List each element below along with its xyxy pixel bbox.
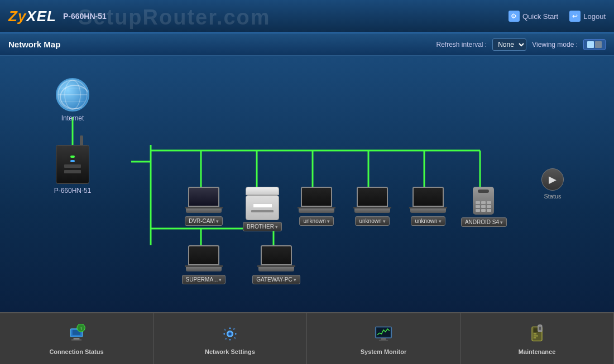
router-body [56, 145, 89, 183]
status-label: Status [544, 193, 561, 200]
svg-rect-28 [381, 338, 386, 340]
phone-earpiece [478, 190, 489, 193]
svg-rect-29 [379, 339, 388, 341]
header-right: ⚙ Quick Start ↩ Logout [509, 11, 606, 22]
grid-view-icon [587, 41, 594, 48]
nav-connection-status[interactable]: ↑ Connection Status [0, 313, 154, 364]
device-dvr-cam[interactable]: DVR-CAM [179, 187, 229, 226]
subheader: Network Map Refresh interval : None 30s … [0, 33, 614, 56]
refresh-interval-select[interactable]: None 30s 1min [492, 38, 526, 51]
viewing-mode-button[interactable] [583, 39, 606, 50]
refresh-label: Refresh interval : [436, 41, 487, 48]
unknown2-icon [353, 187, 391, 215]
system-monitor-icon-area [372, 323, 395, 345]
unknown3-button[interactable]: unknown [411, 216, 445, 226]
device-gateway-pc[interactable]: GATEWAY-PC [251, 245, 301, 284]
svg-rect-34 [534, 337, 536, 338]
router-light-1 [70, 156, 75, 158]
connection-status-label: Connection Status [49, 348, 103, 355]
system-monitor-label: System Monitor [361, 348, 407, 355]
quick-start-icon: ⚙ [509, 11, 520, 22]
svg-rect-27 [376, 328, 390, 337]
nav-maintenance[interactable]: Maintenance [461, 313, 614, 364]
network-settings-icon-area [219, 323, 241, 345]
svg-rect-20 [74, 338, 80, 339]
device-unknown-1[interactable]: unknown [291, 187, 342, 226]
svg-text:↑: ↑ [80, 326, 82, 331]
router-antenna [80, 135, 83, 145]
unknown1-icon [298, 187, 335, 215]
internet-label: Internet [61, 114, 84, 122]
device-unknown-2[interactable]: unknown [347, 187, 397, 226]
connection-status-icon-area: ↑ [65, 323, 88, 345]
superma-button[interactable]: SUPERMA... [182, 275, 226, 284]
watermark: SetupRouter.com [78, 6, 271, 30]
zyxel-logo: ZyXEL [8, 8, 56, 25]
svg-rect-33 [534, 335, 538, 336]
nav-network-settings[interactable]: Network Settings [154, 313, 307, 364]
main-content: Internet P-660HN-51 DVR-C [0, 56, 614, 312]
gateway-pc-button[interactable]: GATEWAY-PC [252, 275, 300, 284]
device-superma[interactable]: SUPERMA... [179, 245, 229, 284]
logout-icon: ↩ [569, 11, 581, 22]
subheader-controls: Refresh interval : None 30s 1min Viewing… [436, 38, 606, 51]
router-label: P-660HN-51 [54, 187, 92, 195]
android-s4-button[interactable]: ANDROID S4 [461, 217, 507, 227]
svg-rect-21 [71, 339, 81, 340]
globe-icon [56, 78, 89, 111]
android-s4-icon [473, 187, 495, 216]
brother-button[interactable]: BROTHER [243, 222, 282, 231]
phone-keys [476, 201, 491, 212]
brother-icon [246, 187, 279, 220]
device-android-s4[interactable]: ANDROID S4 [459, 187, 509, 227]
svg-point-14 [65, 80, 80, 109]
router-node: P-660HN-51 [50, 145, 95, 195]
dvr-cam-button[interactable]: DVR-CAM [185, 216, 223, 226]
router-port-2 [64, 170, 81, 173]
system-monitor-icon [373, 324, 394, 344]
header: ZyXEL P-660HN-51 SetupRouter.com ⚙ Quick… [0, 0, 614, 33]
unknown3-icon [409, 187, 447, 215]
status-button[interactable]: ▶ Status [541, 168, 564, 200]
bottom-nav: ↑ Connection Status Network Settings [0, 312, 614, 364]
dvr-cam-icon [185, 187, 223, 215]
connection-status-icon: ↑ [66, 324, 87, 344]
internet-node: Internet [50, 78, 95, 122]
viewing-mode-label: Viewing mode : [532, 41, 578, 48]
phone-handset [473, 187, 494, 215]
page-title: Network Map [8, 40, 60, 49]
svg-point-13 [58, 80, 87, 109]
logout-button[interactable]: ↩ Logout [569, 11, 606, 22]
superma-icon [185, 245, 223, 273]
device-unknown-3[interactable]: unknown [403, 187, 453, 226]
gateway-pc-icon [257, 245, 295, 273]
status-circle: ▶ [541, 168, 564, 191]
svg-rect-32 [534, 333, 536, 334]
network-diagram: Internet P-660HN-51 DVR-C [33, 67, 569, 301]
nav-system-monitor[interactable]: System Monitor [307, 313, 461, 364]
router-port [64, 164, 81, 168]
svg-rect-36 [539, 327, 541, 329]
maintenance-icon-area [526, 323, 548, 345]
router-light-2 [70, 160, 75, 162]
network-settings-icon [220, 324, 240, 344]
quick-start-button[interactable]: ⚙ Quick Start [509, 11, 558, 22]
logo-area: ZyXEL P-660HN-51 [8, 8, 107, 25]
unknown1-button[interactable]: unknown [299, 216, 333, 226]
list-view-icon [595, 41, 602, 48]
connection-lines [33, 67, 569, 301]
model-name: P-660HN-51 [63, 12, 107, 21]
maintenance-label: Maintenance [519, 348, 556, 355]
network-settings-label: Network Settings [205, 348, 255, 355]
router-icon [56, 145, 89, 184]
maintenance-icon [527, 324, 547, 344]
unknown2-button[interactable]: unknown [355, 216, 389, 226]
svg-point-25 [228, 332, 231, 335]
device-brother[interactable]: BROTHER [237, 187, 287, 231]
